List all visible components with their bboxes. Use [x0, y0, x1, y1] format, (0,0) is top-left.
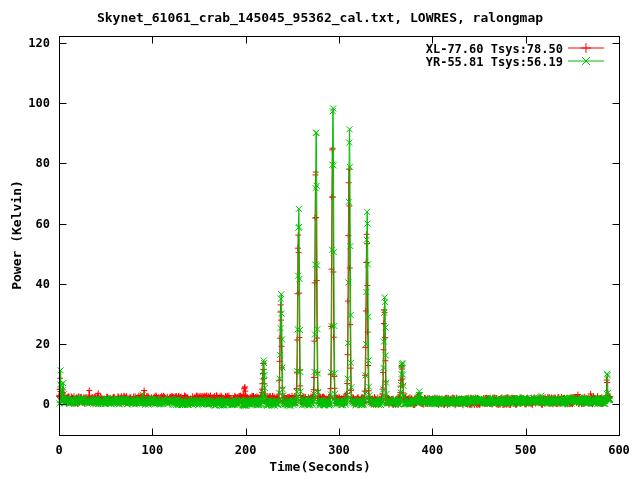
y-tick-label: 40 — [0, 277, 50, 291]
x-tick-label: 400 — [412, 443, 452, 457]
y-tick-label: 0 — [0, 397, 50, 411]
legend-label-yr: YR-55.81 Tsys:56.19 — [426, 55, 563, 69]
y-tick-label: 20 — [0, 337, 50, 351]
plot-canvas — [0, 0, 640, 480]
legend-entry-yr: YR-55.81 Tsys:56.19 — [426, 55, 604, 68]
chart-title: Skynet_61061_crab_145045_95362_cal.txt, … — [0, 10, 640, 25]
x-tick-label: 200 — [226, 443, 266, 457]
x-tick-label: 300 — [319, 443, 359, 457]
gnuplot-chart-window: Skynet_61061_crab_145045_95362_cal.txt, … — [0, 0, 640, 480]
x-tick-label: 100 — [132, 443, 172, 457]
y-tick-label: 100 — [0, 96, 50, 110]
y-tick-label: 60 — [0, 217, 50, 231]
x-axis-label: Time(Seconds) — [0, 459, 640, 474]
cross-marker-icon — [568, 55, 604, 68]
x-tick-label: 500 — [506, 443, 546, 457]
plus-marker-icon — [568, 42, 604, 55]
legend-entry-xl: XL-77.60 Tsys:78.50 — [426, 42, 604, 55]
x-tick-label: 600 — [599, 443, 639, 457]
y-tick-label: 120 — [0, 36, 50, 50]
legend-label-xl: XL-77.60 Tsys:78.50 — [426, 42, 563, 56]
legend: XL-77.60 Tsys:78.50 YR-55.81 Tsys:56.19 — [426, 42, 604, 68]
y-axis-label: Power (Kelvin) — [9, 180, 24, 290]
x-tick-label: 0 — [39, 443, 79, 457]
y-tick-label: 80 — [0, 156, 50, 170]
